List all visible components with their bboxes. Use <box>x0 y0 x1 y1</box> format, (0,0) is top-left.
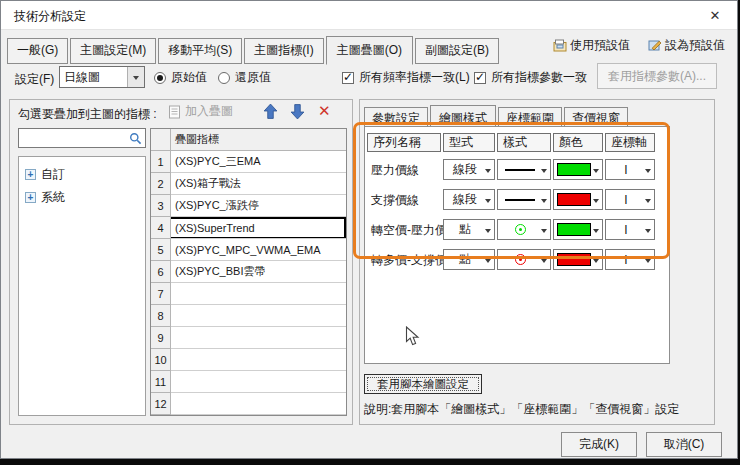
type-select-value: 點 <box>447 251 483 268</box>
overlay-row[interactable]: 5(XS)PYC_MPC_VWMA_EMA <box>151 239 346 261</box>
overlay-row[interactable]: 12 <box>151 393 346 415</box>
move-up-button[interactable] <box>262 103 279 120</box>
overlay-row[interactable]: 3(XS)PYC_漲跌停 <box>151 195 346 217</box>
overlay-row[interactable]: 11 <box>151 371 346 393</box>
row-name: (XS)PYC_三EMA <box>171 151 346 173</box>
chevron-down-icon <box>541 169 547 176</box>
move-down-button[interactable] <box>289 103 306 120</box>
tab-sub-settings[interactable]: 副圖設定(B) <box>415 38 499 64</box>
chevron-down-icon <box>645 199 651 206</box>
expand-plus-icon[interactable]: + <box>25 169 36 180</box>
tab-main-indicator[interactable]: 主圖指標(I) <box>244 38 323 64</box>
axis-select-value: I <box>609 253 643 267</box>
arrow-down-icon <box>289 103 306 120</box>
type-select[interactable]: 點 <box>443 249 495 270</box>
overlay-row[interactable]: 2(XS)箱子戰法 <box>151 173 346 195</box>
row-number: 2 <box>151 173 171 195</box>
dot-style-sample <box>515 254 526 265</box>
row-number: 6 <box>151 261 171 283</box>
overlay-row[interactable]: 4(XS)SuperTrend <box>151 217 346 239</box>
overlay-grid-header-label: 疊圖指標 <box>171 129 346 151</box>
line-style-sample <box>505 169 535 171</box>
ok-button[interactable]: 完成(K) <box>561 432 637 457</box>
tree-item[interactable]: +自訂 <box>19 163 145 186</box>
add-overlay-label: 加入疊圖 <box>185 103 233 120</box>
type-select[interactable]: 線段 <box>443 159 495 180</box>
tab-main-overlay[interactable]: 主圖疊圖(O) <box>326 36 413 65</box>
type-select[interactable]: 點 <box>443 219 495 240</box>
use-default-button[interactable]: 使用預設值 <box>553 37 630 54</box>
apply-script-draw-button[interactable]: 套用腳本繪圖設定 <box>364 374 482 394</box>
chevron-down-icon <box>593 199 599 206</box>
chevron-down-icon <box>485 199 491 206</box>
color-select-value <box>557 163 591 176</box>
expand-plus-icon[interactable]: + <box>25 192 36 203</box>
row-name: (XS)SuperTrend <box>171 217 346 239</box>
row-name <box>171 305 346 327</box>
color-select[interactable] <box>553 189 603 210</box>
checkbox-icon[interactable] <box>474 72 486 84</box>
style-select[interactable] <box>497 219 551 240</box>
axis-select[interactable]: I <box>605 159 655 180</box>
style-row: 轉多價-支撐價點I <box>365 245 669 275</box>
series-name: 轉多價-支撐價 <box>371 252 447 269</box>
color-select[interactable] <box>553 159 603 180</box>
frequency-select[interactable]: 日線圖 <box>59 66 145 88</box>
dot-style-sample <box>515 224 526 235</box>
arrow-up-icon <box>262 103 279 120</box>
type-select[interactable]: 線段 <box>443 189 495 210</box>
overlay-selection-group: 勾選要疊加到主圖的指標 : 加入疊圖 ✕ +自訂+系統 <box>9 99 353 425</box>
line-style-sample <box>505 199 535 201</box>
overlay-row[interactable]: 1(XS)PYC_三EMA <box>151 151 346 173</box>
add-overlay-button[interactable]: 加入疊圖 <box>168 103 233 120</box>
chevron-down-icon <box>593 229 599 236</box>
checkbox-all-freq-consistent[interactable]: 所有頻率指標一致(L) <box>342 69 470 86</box>
row-number: 7 <box>151 283 171 305</box>
apply-indicator-params-button[interactable]: 套用指標參數(A)... <box>597 63 717 89</box>
tab-general[interactable]: 一般(G) <box>7 38 68 64</box>
style-select[interactable] <box>497 159 551 180</box>
color-select-value <box>557 223 591 236</box>
close-icon[interactable]: ✕ <box>701 5 729 25</box>
color-select[interactable] <box>553 219 603 240</box>
style-row: 支撐價線線段I <box>365 185 669 215</box>
tab-moving-average[interactable]: 移動平均(S) <box>158 38 242 64</box>
header-corner <box>151 129 171 151</box>
overlay-row[interactable]: 8 <box>151 305 346 327</box>
checkbox-icon[interactable] <box>342 72 354 84</box>
radio-icon[interactable] <box>154 72 166 84</box>
cancel-button[interactable]: 取消(C) <box>646 432 722 457</box>
search-input[interactable] <box>18 128 146 148</box>
set-default-button[interactable]: 設為預設值 <box>648 37 725 54</box>
radio-original-value[interactable]: 原始值 <box>154 69 207 86</box>
axis-select[interactable]: I <box>605 249 655 270</box>
overlay-row[interactable]: 10 <box>151 349 346 371</box>
color-select[interactable] <box>553 249 603 270</box>
row-name <box>171 327 346 349</box>
tab-main-settings[interactable]: 主圖設定(M) <box>70 38 156 64</box>
style-select[interactable] <box>497 189 551 210</box>
help-note: 說明:套用腳本「繪圖樣式」「座標範圍」「查價視窗」設定 <box>364 401 679 418</box>
row-name: (XS)PYC_MPC_VWMA_EMA <box>171 239 346 261</box>
style-select-value <box>501 254 539 265</box>
radio-icon[interactable] <box>218 72 230 84</box>
style-header-4: 座標軸 <box>605 133 655 152</box>
overlay-row[interactable]: 6(XS)PYC_BBI雲帶 <box>151 261 346 283</box>
overlay-row[interactable]: 9 <box>151 327 346 349</box>
style-select[interactable] <box>497 249 551 270</box>
style-settings-group: 參數設定繪圖樣式座標範圍查價視窗 序列名稱型式樣式顏色座標軸 壓力價線線段I支撐… <box>359 99 715 425</box>
chevron-down-icon[interactable] <box>127 67 144 87</box>
row-number: 5 <box>151 239 171 261</box>
style-header-2: 樣式 <box>497 133 551 152</box>
color-swatch <box>557 253 591 266</box>
delete-overlay-button[interactable]: ✕ <box>318 102 331 120</box>
axis-select[interactable]: I <box>605 189 655 210</box>
row-number: 10 <box>151 349 171 371</box>
tree-item[interactable]: +系統 <box>19 186 145 209</box>
radio-restore-value[interactable]: 還原值 <box>218 69 271 86</box>
checkbox-all-params-consistent[interactable]: 所有指標參數一致 <box>474 69 587 86</box>
overlay-grid-header: 疊圖指標 <box>151 129 346 151</box>
chevron-down-icon <box>485 259 491 266</box>
axis-select[interactable]: I <box>605 219 655 240</box>
overlay-row[interactable]: 7 <box>151 283 346 305</box>
